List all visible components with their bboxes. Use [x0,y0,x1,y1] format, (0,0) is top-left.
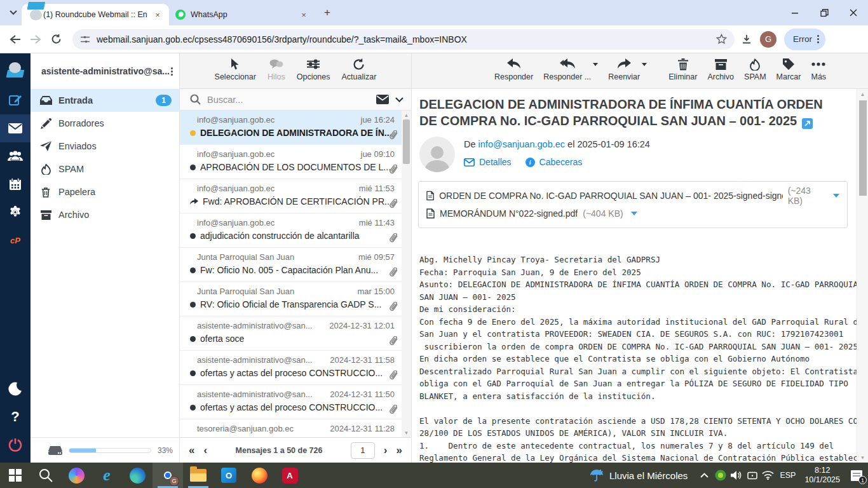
internet-explorer-icon[interactable]: e [92,463,122,488]
search-scope-envelope-icon[interactable] [376,95,389,104]
compose-button[interactable] [0,86,31,114]
mail-scrollbar[interactable]: ▲ ▼ [857,89,868,463]
minimize-button[interactable] [780,0,810,25]
message-row[interactable]: Junta Parroquial San Juanmar 15:00 RV: O… [180,282,411,316]
page-number-input[interactable]: 1 [351,442,375,459]
start-button[interactable] [0,463,31,488]
mark-button[interactable]: Marcar [776,58,801,81]
weather-widget[interactable]: Lluvia el Miércoles [581,468,696,482]
attachment-menu-caret-icon[interactable] [631,212,637,215]
archive-button[interactable]: Archivo [707,58,734,81]
select-button[interactable]: Seleccionar [215,58,256,81]
list-scroll-thumb[interactable] [403,119,410,164]
unread-dot-icon[interactable] [190,268,196,273]
device-tray-icon[interactable] [744,463,760,488]
browser-menu-icon[interactable] [817,35,819,43]
scroll-down-icon[interactable]: ▼ [402,428,411,437]
bookmark-star-icon[interactable] [716,34,727,44]
headers-toggle[interactable]: i Cabeceras [526,157,583,167]
chrome-taskbar-button[interactable]: G [153,463,183,488]
open-in-new-window-icon[interactable] [802,118,813,129]
attachment-name[interactable]: ORDEN DE COMPRA No. IC-GAD PARROQUIAL SA… [439,191,783,201]
taskbar-search-button[interactable] [31,463,61,488]
next-page-button[interactable]: › [384,444,388,457]
reply-all-button[interactable]: Responder ... [543,58,591,81]
dark-mode-toggle[interactable] [0,375,31,403]
from-email-link[interactable]: info@sanjuan.gob.ec [478,139,565,149]
url-text[interactable]: webmail.sanjuan.gob.ec/cpsess4870690156/… [97,34,716,44]
unread-dot-icon[interactable] [190,165,196,170]
folder-archive[interactable]: Archivo [31,203,179,226]
tab-whatsapp[interactable]: WhatsApp × [169,4,315,25]
flag-dot-icon[interactable] [190,130,196,136]
unread-dot-icon[interactable] [190,233,196,239]
outlook-icon[interactable]: O [214,463,244,488]
new-tab-button[interactable]: + [319,4,336,21]
reply-all-caret-icon[interactable] [593,63,598,66]
site-settings-icon[interactable] [80,34,90,44]
file-explorer-button[interactable] [183,463,214,488]
back-button[interactable] [5,29,25,50]
notification-center-button[interactable]: 1 [845,463,868,488]
antivirus-tray-icon[interactable] [712,463,728,488]
error-menu-button[interactable]: Error [784,29,825,50]
tab-roundcube[interactable]: (1) Roundcube Webmail :: Entra × [22,4,169,25]
acrobat-icon[interactable]: A [275,463,305,488]
options-button[interactable]: Opciones [297,58,330,81]
logout-button[interactable] [0,431,31,459]
message-row[interactable]: info@sanjuan.gob.ecmié 11:43 adjudicació… [180,214,411,248]
message-row[interactable]: info@sanjuan.gob.ecjue 09:10 APROBACIÓN … [180,145,411,179]
attachment-name[interactable]: MEMORÁNDUM N°022-signed.pdf [440,208,578,219]
tray-expand-chevron-icon[interactable] [696,463,712,488]
tab-close-icon[interactable]: × [153,10,163,20]
scroll-down-icon[interactable]: ▼ [857,452,868,463]
last-page-button[interactable]: » [397,444,402,457]
delete-button[interactable]: Eliminar [668,58,697,81]
unread-dot-icon[interactable] [190,405,196,410]
close-window-button[interactable] [839,0,868,25]
forward-button[interactable] [25,29,46,50]
folder-sent[interactable]: Enviados [31,135,179,158]
scroll-up-icon[interactable]: ▲ [857,89,868,99]
restore-button[interactable] [810,0,839,25]
search-input[interactable] [207,95,370,105]
wifi-icon[interactable] [760,463,776,488]
scroll-up-icon[interactable]: ▲ [402,111,411,119]
more-button[interactable]: Más [811,58,826,81]
details-toggle[interactable]: Detalles [464,157,512,167]
firefox-icon[interactable] [244,463,275,488]
address-bar[interactable]: webmail.sanjuan.gob.ec/cpsess4870690156/… [72,29,735,50]
unread-dot-icon[interactable] [190,302,196,308]
unread-dot-icon[interactable] [190,370,196,376]
folder-trash[interactable]: Papelera [31,180,179,203]
roundcube-logo-icon[interactable] [0,53,31,86]
contacts-nav-button[interactable] [0,142,31,170]
mail-nav-button[interactable] [0,114,31,142]
downloads-icon[interactable] [741,34,752,45]
forward-button[interactable]: Reenviar [608,58,640,81]
settings-nav-button[interactable] [0,198,31,226]
edge-icon[interactable] [122,463,153,488]
message-row[interactable]: tesoreria@sanjuan.gob.ec2024-12-31 11:28 [180,419,411,437]
folder-spam[interactable]: SPAM [31,158,179,180]
folder-options-icon[interactable] [171,67,173,76]
reply-button[interactable]: Responder [494,58,533,81]
volume-icon[interactable] [728,463,744,488]
keyboard-language[interactable]: ESP [776,471,799,480]
attachment-menu-caret-icon[interactable] [833,194,839,198]
folder-inbox[interactable]: Entrada 1 [31,89,179,112]
message-row[interactable]: Junta Parroquial San Juanmié 09:57 Fw: O… [180,248,411,282]
spam-button[interactable]: SPAM [744,58,766,81]
prev-page-button[interactable]: ‹ [203,444,207,457]
taskbar-clock[interactable]: 8:12 10/1/2025 [799,466,845,485]
message-row[interactable]: asistente-administrativo@san...2024-12-3… [180,385,411,419]
calendar-nav-button[interactable] [0,170,31,198]
forward-caret-icon[interactable] [642,63,647,66]
refresh-button[interactable]: Actualizar [342,58,377,81]
reload-button[interactable] [46,29,66,50]
list-scrollbar[interactable]: ▲ ▼ [402,111,411,437]
tab-close-icon[interactable]: × [299,10,309,20]
mail-scroll-thumb[interactable] [859,100,867,196]
unread-dot-icon[interactable] [190,336,196,342]
cpanel-icon[interactable]: cP [0,226,31,254]
